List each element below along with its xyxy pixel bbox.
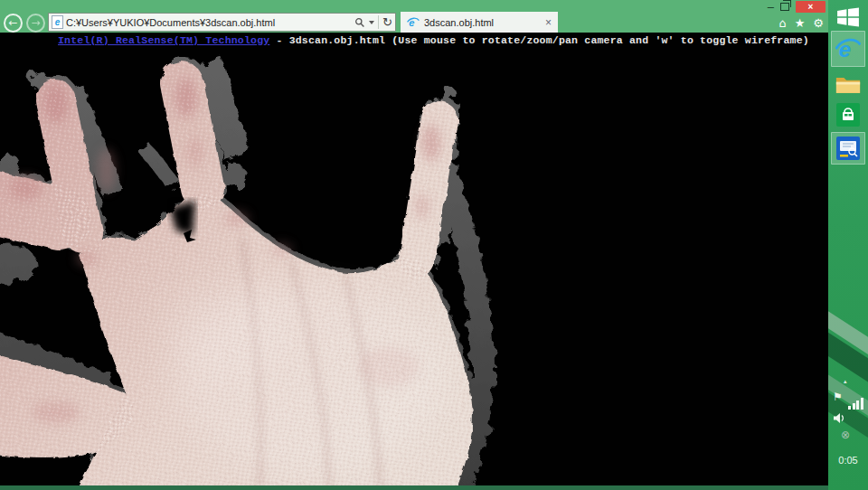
minimize-button[interactable]: –	[768, 3, 774, 12]
tab-close-icon[interactable]: ×	[545, 17, 552, 28]
store-icon	[835, 102, 861, 127]
close-window-button[interactable]: ×	[796, 1, 826, 13]
screen: – × ← → e C:¥Users¥YUKIO¥Documents¥3dsca…	[0, 0, 868, 490]
favorites-star-icon[interactable]: ★	[795, 17, 806, 30]
ie-favicon: e	[407, 16, 420, 29]
restore-button[interactable]	[780, 3, 789, 11]
taskbar-item-file-explorer[interactable]	[831, 71, 865, 98]
tab-title: 3dscan.obj.html	[424, 17, 541, 28]
network-signal-icon[interactable]	[848, 398, 863, 410]
safely-remove-icon[interactable]: ⊗	[841, 429, 850, 441]
page-canvas: Intel(R) RealSense(TM) Technology - 3dsc…	[0, 33, 828, 485]
divider	[378, 15, 379, 29]
window-controls: – ×	[768, 1, 826, 13]
taskbar-item-presentation-app[interactable]	[831, 132, 865, 165]
start-button[interactable]	[831, 5, 865, 30]
realsense-link[interactable]: Intel(R) RealSense(TM) Technology	[58, 34, 269, 46]
address-bar[interactable]: e C:¥Users¥YUKIO¥Documents¥3dscan.obj.ht…	[48, 13, 396, 32]
volume-icon[interactable]	[833, 411, 846, 428]
back-button[interactable]: ←	[4, 14, 23, 33]
windows-logo-icon	[836, 7, 860, 27]
url-text[interactable]: C:¥Users¥YUKIO¥Documents¥3dscan.obj.html	[66, 17, 352, 28]
page-title-suffix: - 3dscan.obj.html (Use mouse to rotate/z…	[269, 34, 809, 46]
search-icon[interactable]	[354, 17, 365, 28]
browser-chrome: – × ← → e C:¥Users¥YUKIO¥Documents¥3dsca…	[0, 0, 828, 33]
window-bottom-border	[0, 485, 828, 490]
taskbar: e	[828, 0, 868, 490]
forward-button[interactable]: →	[26, 14, 45, 33]
chevron-down-icon[interactable]	[369, 21, 374, 24]
action-center-flag-icon[interactable]: ⚑	[833, 391, 843, 403]
tools-gear-icon[interactable]: ⚙	[813, 17, 824, 30]
presentation-app-icon	[835, 136, 861, 161]
internet-explorer-icon: e	[835, 36, 861, 61]
refresh-icon[interactable]: ↻	[382, 16, 392, 28]
show-hidden-icons[interactable]: ▴	[844, 378, 847, 385]
page-icon: e	[52, 15, 63, 29]
taskbar-item-internet-explorer[interactable]: e	[831, 31, 865, 67]
ie-window: – × ← → e C:¥Users¥YUKIO¥Documents¥3dsca…	[0, 0, 828, 490]
hand-3d-model[interactable]	[0, 33, 828, 485]
taskbar-clock[interactable]: 0:05	[828, 455, 868, 466]
folder-icon	[835, 73, 862, 96]
page-title: Intel(R) RealSense(TM) Technology - 3dsc…	[0, 34, 828, 46]
taskbar-item-store[interactable]	[831, 101, 865, 128]
home-icon[interactable]: ⌂	[778, 17, 786, 30]
tab-3dscan[interactable]: e 3dscan.obj.html ×	[401, 12, 558, 33]
